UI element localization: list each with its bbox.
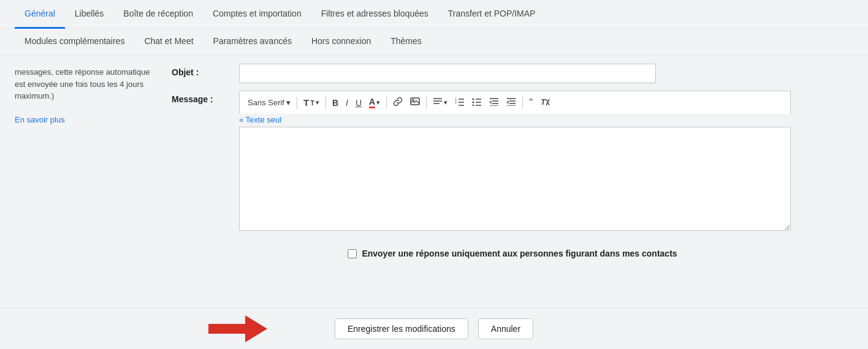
text-color-chevron-icon: ▾ [376,99,380,107]
red-arrow [208,315,267,342]
right-panel: Objet : Message : Sans Serif ▾ [172,55,868,308]
tab-general[interactable]: Général [15,0,65,29]
message-label: Message : [172,91,239,104]
underline-button[interactable]: U [352,96,365,110]
bullet-list-button[interactable] [469,96,485,110]
contacts-only-checkbox[interactable] [348,249,357,258]
link-button[interactable] [390,95,406,110]
font-size-button[interactable]: TT ▾ [300,96,322,110]
font-family-button[interactable]: Sans Serif ▾ [245,96,294,109]
texte-seul-link[interactable]: « Texte seul [239,115,853,124]
font-size-icon-small: T [310,99,314,107]
nav-bottom: Modules complémentaires Chat et Meet Par… [0,29,868,55]
remove-format-icon: T [540,97,550,108]
bold-icon: B [332,98,338,108]
tab-boite-reception[interactable]: Boîte de réception [113,0,203,29]
quote-button[interactable]: " [526,96,536,110]
text-color-icon: A [369,97,375,108]
tab-transfert-pop-imap[interactable]: Transfert et POP/IMAP [438,0,546,29]
quote-icon: " [529,98,533,108]
content-area: messages, cette réponse automatique est … [0,55,868,308]
red-arrow-container [208,315,267,342]
objet-label: Objet : [172,64,239,77]
underline-icon: U [356,98,362,108]
font-family-chevron-icon: ▾ [286,98,291,107]
indent-increase-icon [506,97,516,108]
tab-filtres-adresses[interactable]: Filtres et adresses bloquées [311,0,438,29]
toolbar-separator-5 [522,97,523,109]
italic-icon: I [346,98,348,108]
left-panel: messages, cette réponse automatique est … [0,55,172,308]
contacts-only-label: Envoyer une réponse uniquement aux perso… [362,249,677,258]
svg-text:2.: 2. [455,100,457,104]
message-editor[interactable] [239,127,791,231]
learn-more-link[interactable]: En savoir plus [15,115,65,124]
tab-comptes-importation[interactable]: Comptes et importation [203,0,311,29]
save-button[interactable]: Enregistrer les modifications [335,318,468,339]
toolbar-separator-4 [426,97,427,109]
message-toolbar: Sans Serif ▾ TT ▾ B [239,91,791,114]
checkbox-row: Envoyer une réponse uniquement aux perso… [172,240,853,267]
tab-themes[interactable]: Thèmes [381,29,432,55]
toolbar-separator-3 [386,97,387,109]
align-chevron-icon: ▾ [444,99,447,107]
indent-increase-button[interactable] [503,96,519,110]
indent-decrease-button[interactable] [486,96,502,110]
message-input-area: Sans Serif ▾ TT ▾ B [239,91,853,233]
arrow-head [245,315,267,342]
nav-top: Général Libellés Boîte de réception Comp… [0,0,868,29]
objet-input-area [239,64,853,83]
objet-input[interactable] [239,64,656,83]
footer-row: Enregistrer les modifications Annuler [0,308,868,349]
align-icon [433,97,443,108]
tab-modules-complementaires[interactable]: Modules complémentaires [15,29,134,55]
image-button[interactable] [407,95,423,110]
svg-point-10 [473,99,474,100]
svg-point-1 [413,99,414,101]
italic-button[interactable]: I [343,96,351,110]
align-button[interactable]: ▾ [430,96,451,110]
tab-parametres-avances[interactable]: Paramètres avancés [204,29,302,55]
svg-point-12 [473,105,474,107]
font-family-label: Sans Serif [248,98,284,107]
font-size-chevron-icon: ▾ [316,99,319,107]
bullet-list-icon [472,97,482,108]
cancel-button[interactable]: Annuler [478,318,533,339]
tab-libelles[interactable]: Libellés [65,0,113,29]
arrow-shaft [208,324,245,334]
remove-format-button[interactable]: T [537,95,553,110]
svg-point-11 [473,102,474,103]
toolbar-separator-2 [326,97,326,109]
svg-text:T: T [541,97,546,107]
tab-hors-connexion[interactable]: Hors connexion [302,29,381,55]
image-icon [410,97,420,108]
bold-button[interactable]: B [329,96,341,110]
font-size-icon: T [303,97,309,108]
message-row: Message : Sans Serif ▾ TT ▾ [172,91,853,233]
indent-decrease-icon [489,97,499,108]
numbered-list-icon: 1. 2. [455,97,465,108]
toolbar-separator-1 [297,97,297,109]
numbered-list-button[interactable]: 1. 2. [452,96,468,110]
settings-page: Général Libellés Boîte de réception Comp… [0,0,868,349]
objet-row: Objet : [172,64,853,83]
description-text: messages, cette réponse automatique est … [15,66,157,102]
tab-chat-meet[interactable]: Chat et Meet [134,29,203,55]
link-icon [393,97,403,108]
text-color-button[interactable]: A ▾ [366,95,383,110]
